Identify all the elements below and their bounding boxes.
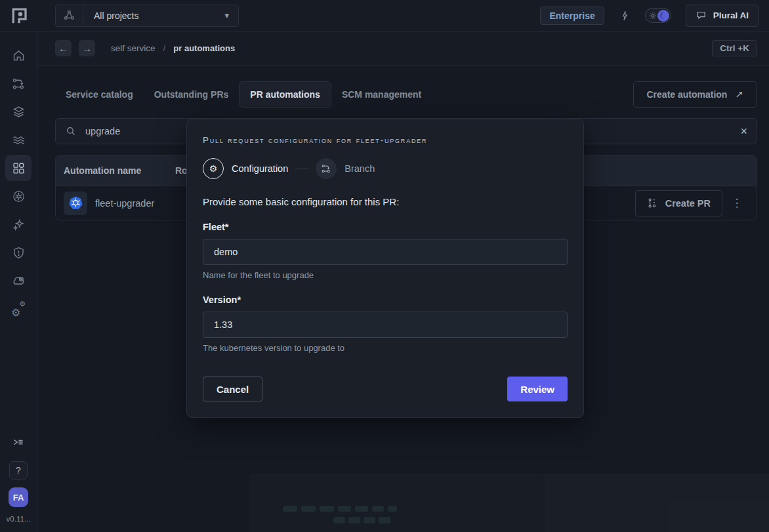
help-button[interactable]: ? [9,461,28,480]
breadcrumb-bar: ← → self service / pr automations Ctrl +… [37,31,769,66]
tab-outstanding-prs[interactable]: Outstanding PRs [144,81,239,108]
project-selector-value: All projects [83,10,224,21]
top-bar: All projects ▾ Enterprise ☾ P [0,0,769,31]
fleet-field-hint: Name for the fleet to upgrade [203,270,568,280]
step-branch-icon [316,158,337,179]
service-catalog-grid-icon [12,161,26,175]
kubernetes-logo-icon [64,192,87,215]
automation-name: fleet-upgrader [95,198,154,209]
chevron-down-icon: ▾ [224,10,238,20]
waves-icon [12,133,26,147]
modal-stepper: ⚙ Configuration Branch [203,158,568,179]
settings-gears-icon: ⚙ ⚙ [11,302,26,316]
version-field-hint: The kubernetes version to upgrade to [203,343,568,353]
step-configuration-icon: ⚙ [203,158,224,179]
step-configuration-label: Configuration [232,163,288,174]
create-automation-button[interactable]: Create automation ↗ [633,81,758,108]
create-automation-label: Create automation [647,89,728,100]
breadcrumb-separator: / [163,43,166,53]
fleet-field-input[interactable] [203,239,568,265]
sidebar-item-home[interactable] [5,42,31,68]
stacks-icon [12,105,26,119]
user-avatar[interactable]: FA [9,487,28,507]
fleet-field-label: Fleet* [203,222,568,232]
step-branch-label: Branch [344,163,375,174]
sidebar-item-cost[interactable] [5,268,31,294]
clear-search-icon[interactable]: × [740,125,747,137]
modal-description: Provide some basic configuration for thi… [203,196,568,207]
sidebar-item-settings[interactable]: ⚙ ⚙ [5,296,31,322]
chat-bubble-icon [696,10,707,21]
tab-pr-automations[interactable]: PR automations [239,81,331,108]
row-menu-kebab-icon[interactable]: ⋮ [722,196,751,210]
plural-logo-icon[interactable] [8,5,30,27]
cloud-cost-icon [11,274,26,288]
forward-button[interactable]: → [79,40,95,56]
tab-service-catalog[interactable]: Service catalog [55,81,144,108]
review-button[interactable]: Review [507,377,568,401]
back-button[interactable]: ← [55,40,72,56]
pr-configuration-modal: Pull request configuration for fleet-upg… [186,119,584,418]
moon-icon: ☾ [657,10,669,22]
app-root: { "topbar": { "project_selector_value": … [0,0,769,532]
sidebar-item-stacks[interactable] [5,98,31,125]
sidebar-nav: ⚙ ⚙ ? FA v0.11... [0,31,37,532]
create-pr-button[interactable]: Create PR [635,190,722,216]
sidebar-item-kubernetes[interactable] [5,183,31,209]
pr-icon [647,197,658,209]
arrow-left-icon: ← [58,43,68,54]
topbar-right-group: Enterprise ☾ Plural AI [540,5,759,27]
command-palette-shortcut[interactable]: Ctrl +K [712,40,757,56]
home-icon [12,49,26,62]
version-field-label: Version* [203,295,568,305]
create-pr-label: Create PR [665,198,711,209]
project-selector[interactable]: All projects ▾ [55,5,239,27]
sidebar-bottom-group: ? FA v0.11... [7,436,31,532]
terminal-icon[interactable] [12,436,26,449]
sidebar-item-flows[interactable] [5,127,31,153]
breadcrumb: self service / pr automations [111,43,235,53]
arrow-up-right-icon: ↗ [735,89,743,100]
modal-actions: Cancel Review [203,377,568,401]
tab-scm-management[interactable]: SCM management [331,81,432,108]
search-icon [65,125,77,137]
enterprise-badge: Enterprise [540,7,604,25]
app-version: v0.11... [7,515,31,527]
plural-ai-label: Plural AI [713,10,749,20]
modal-title: Pull request configuration for fleet-upg… [203,135,568,145]
shield-warning-icon [12,246,26,260]
sidebar-item-ai[interactable] [5,211,31,237]
breadcrumb-current: pr automations [173,43,235,53]
step-connector [295,169,309,169]
column-automation-name: Automation name [64,165,175,176]
lightning-icon[interactable] [619,10,631,22]
breadcrumb-parent[interactable]: self service [111,43,156,53]
version-field-input[interactable] [203,312,568,338]
pipelines-icon [12,77,26,91]
kubernetes-icon [12,190,26,203]
project-graph-icon [56,5,83,26]
plural-ai-button[interactable]: Plural AI [686,5,759,27]
sidebar-item-cd[interactable] [5,70,31,96]
tabs-row: Service catalog Outstanding PRs PR autom… [55,81,757,108]
sun-icon [649,12,657,20]
ai-sparkles-icon [12,218,26,232]
cancel-button[interactable]: Cancel [203,377,262,401]
theme-toggle[interactable]: ☾ [645,8,671,23]
sidebar-item-self-service[interactable] [5,155,31,181]
arrow-right-icon: → [82,43,92,54]
sidebar-item-security[interactable] [5,239,31,266]
